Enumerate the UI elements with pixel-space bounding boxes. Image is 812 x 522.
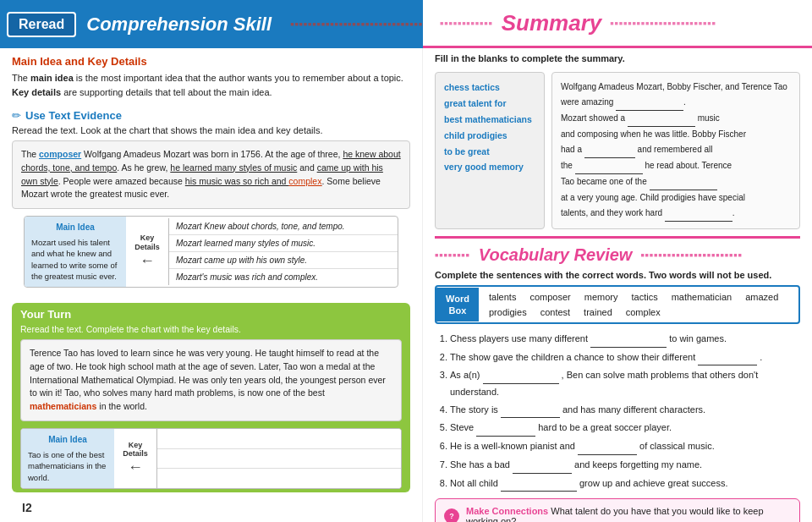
diagram-main-idea-label: Main Idea xyxy=(31,222,119,234)
main-idea-title: Main Idea and Key Details xyxy=(12,55,410,68)
vocab-title: Vocabulary Review xyxy=(479,245,633,265)
detail-item-3: Mozart came up with his own style. xyxy=(169,252,398,269)
mc-label: Make Connections xyxy=(466,506,548,516)
blank-6[interactable] xyxy=(665,206,732,222)
passage-text: The composer Wolfgang Amadeus Mozart was… xyxy=(21,149,401,199)
vocab-word-prodigies: prodigies xyxy=(489,307,527,317)
vocab-instruction: Complete the sentences with the correct … xyxy=(423,268,812,285)
vocab-word-tactics: tactics xyxy=(631,292,657,302)
blank-3[interactable] xyxy=(584,142,635,158)
blank-5[interactable] xyxy=(650,174,717,190)
vocab-section: ■■■■■■■■ Vocabulary Review ■■■■■■■■■■■■■… xyxy=(423,236,812,522)
diagram2-detail-1[interactable] xyxy=(157,429,401,449)
diagram2-details xyxy=(156,429,401,488)
blank-4[interactable] xyxy=(575,158,643,174)
right-header-dots: ■■■■■■■■■■■■ xyxy=(440,20,493,26)
diagram2-arrow: KeyDetails ← xyxy=(114,441,156,477)
vocab-word-memory: memory xyxy=(584,292,618,302)
page-content: Main Idea and Key Details The main idea … xyxy=(0,48,812,522)
pencil-icon: ✏ xyxy=(12,109,21,122)
skill-title: Comprehension Skill xyxy=(86,14,272,36)
right-header: ■■■■■■■■■■■■ Summary ■■■■■■■■■■■■■■■■■■■… xyxy=(423,0,812,48)
sentence-8: Not all child grow up and achieve great … xyxy=(450,475,800,492)
sentence-7: She has a bad and keeps forgetting my na… xyxy=(450,457,800,474)
sent-blank-3[interactable] xyxy=(483,367,559,384)
key-details-bold: Key details xyxy=(12,87,61,97)
sent-blank-4[interactable] xyxy=(501,402,560,419)
vocab-word-amazed: amazed xyxy=(745,292,778,302)
learned-text: he learned many styles of music xyxy=(170,162,297,173)
sentence-4: The story is and has many different char… xyxy=(450,402,800,419)
use-text-evidence-section: ✏ Use Text Evidence Reread the text. Loo… xyxy=(0,104,422,296)
diagram-main-idea-box: Main Idea Mozart used his talent and wha… xyxy=(25,217,126,287)
summary-line2: Mozart showed a music xyxy=(561,113,720,123)
word-box-left: chess tactics great talent for best math… xyxy=(435,72,545,229)
diagram2-detail-2[interactable] xyxy=(157,449,401,470)
key-label: KeyDetails xyxy=(134,234,160,252)
word-best-math: best mathematicians xyxy=(444,112,535,128)
diagram1: Main Idea Mozart used his talent and wha… xyxy=(24,216,398,288)
summary-line7: at a very young age. Child prodigies hav… xyxy=(561,193,745,202)
word-very-good-memory: very good memory xyxy=(444,159,535,175)
blank-1[interactable] xyxy=(616,95,683,111)
main-idea-bold1: main idea xyxy=(30,73,74,83)
fill-instruction: Fill in the blanks to complete the summa… xyxy=(423,48,812,69)
detail-item-1: Mozart Knew about chords, tone, and temp… xyxy=(169,218,398,235)
reread-badge: Reread xyxy=(7,12,76,37)
detail-item-2: Mozart learned many styles of music. xyxy=(169,235,398,252)
arrow-icon: ← xyxy=(140,252,155,270)
mc-text: Make Connections What talent do you have… xyxy=(466,506,791,522)
sentence-2: The show gave the children a chance to s… xyxy=(450,349,800,366)
right-header-dots2: ■■■■■■■■■■■■■■■■■■■■■■■■ xyxy=(610,20,716,26)
sentence-6: He is a well-known pianist and of classi… xyxy=(450,438,800,455)
summary-line5: the he read about. Terence xyxy=(561,161,732,170)
vocab-dots-left: ■■■■■■■■ xyxy=(435,252,470,258)
right-panel: Fill in the blanks to complete the summa… xyxy=(423,48,812,522)
sentence-list: Chess players use many different to win … xyxy=(423,331,812,492)
passage-box: The composer Wolfgang Amadeus Mozart was… xyxy=(12,140,410,209)
sentence-5: Steve hard to be a great soccer player. xyxy=(450,420,800,437)
complex-word: complex xyxy=(288,176,321,186)
main-idea-body: The main idea is the most important idea… xyxy=(12,71,410,99)
vocab-word-box-row: WordBox talents composer memory tactics … xyxy=(435,285,800,324)
summary-line6: Tao became one of the xyxy=(561,177,717,186)
summary-title: Summary xyxy=(502,10,602,36)
vocab-hr xyxy=(435,236,800,239)
ute-title: Use Text Evidence xyxy=(25,109,122,122)
vocab-word-complex: complex xyxy=(626,307,661,317)
vocab-word-trained: trained xyxy=(584,307,612,317)
diagram2-main-idea-text: Tao is one of the best mathematicians in… xyxy=(28,449,107,483)
page-number-left: I2 xyxy=(10,496,432,519)
sent-blank-7[interactable] xyxy=(513,457,572,474)
sent-blank-6[interactable] xyxy=(578,438,637,455)
blank-2[interactable] xyxy=(628,111,695,127)
vocab-dots-right: ■■■■■■■■■■■■■■■■■■■■■■■ xyxy=(640,252,742,258)
word-box-words: talents composer memory tactics mathemat… xyxy=(479,287,798,322)
word-chess-tactics: chess tactics xyxy=(444,80,535,96)
summary-line8: talents, and they work hard . xyxy=(561,208,735,217)
vocab-word-contest: contest xyxy=(540,307,570,317)
sentence-1: Chess players use many different to win … xyxy=(450,331,800,348)
word-child-prodigies: child prodigies xyxy=(444,128,535,144)
sent-blank-1[interactable] xyxy=(590,331,667,348)
diagram2: Main Idea Tao is one of the best mathema… xyxy=(20,428,402,489)
make-connections-box: ? Make Connections What talent do you ha… xyxy=(435,498,800,522)
left-header: Reread Comprehension Skill ■■■■■■■■■■■■■… xyxy=(0,0,423,48)
diagram2-key-label: KeyDetails xyxy=(123,441,148,459)
vocab-word-mathematician: mathematician xyxy=(672,292,732,302)
page-header: Reread Comprehension Skill ■■■■■■■■■■■■■… xyxy=(0,0,812,48)
summary-text-box: Wolfgang Amadeus Mozart, Bobby Fischer, … xyxy=(551,72,800,229)
terence-passage: Terence Tao has loved to learn since he … xyxy=(20,339,402,421)
diagram2-main-idea-box: Main Idea Tao is one of the best mathema… xyxy=(21,429,114,488)
diagram2-arrow-icon: ← xyxy=(128,459,143,476)
sent-blank-2[interactable] xyxy=(698,349,757,366)
ute-instruction: Reread the text. Look at the chart that … xyxy=(12,125,410,135)
vocab-word-talents: talents xyxy=(489,292,516,302)
sent-blank-5[interactable] xyxy=(476,420,535,437)
diagram2-detail-3[interactable] xyxy=(157,469,401,488)
summary-line3: and composing when he was little. Bobby … xyxy=(561,129,746,139)
diagram-arrow: KeyDetails ← xyxy=(126,234,168,270)
sent-blank-8[interactable] xyxy=(501,475,577,492)
composer-word: composer xyxy=(39,149,81,159)
header-decoration: ■■■■■■■■■■■■■■■■■■■■■■■■■■■■■■ xyxy=(290,0,423,48)
